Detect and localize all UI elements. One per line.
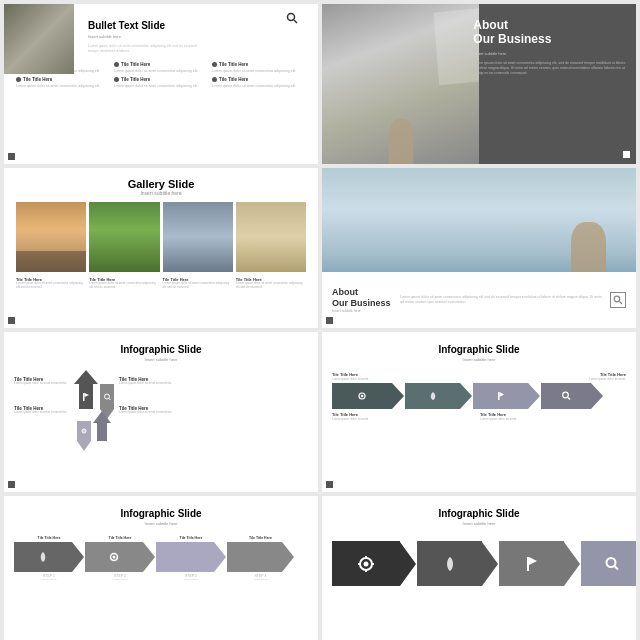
person-figure	[388, 119, 413, 164]
svg-rect-21	[365, 569, 367, 572]
arrowhead-accent	[93, 411, 111, 423]
slide1-text: Lorem ipsum dolor sit amet consectetur a…	[88, 44, 198, 54]
gallery-photo-4	[236, 202, 306, 272]
gear-step2	[108, 551, 120, 563]
slide6-subtitle: Insert subtitle here	[332, 357, 626, 362]
arrow-body-light	[77, 421, 91, 441]
h-arrow-2-body	[405, 383, 460, 409]
h-arrow-2	[405, 383, 472, 409]
gallery-label-2: Tile Title Here Lorem ipsum dolor sit am…	[89, 277, 159, 290]
arrow-down-light	[77, 421, 91, 451]
step1-label-top: Tile Title Here	[38, 536, 61, 540]
step4-body	[227, 542, 282, 572]
slide2-content: About Our Business Insert subtitle here …	[463, 4, 636, 164]
slide-infographic-3: Infographic Slide Insert subtitle here T…	[4, 496, 318, 640]
slide5-arrows	[74, 370, 114, 451]
gallery-label-4: Tile Title Here Lorem ipsum dolor sit am…	[236, 277, 306, 290]
svg-point-9	[83, 430, 85, 432]
slide-infographic-4: Infographic Slide Insert subtitle here	[322, 496, 636, 640]
svg-rect-23	[371, 563, 374, 565]
leaf-large-icon	[442, 556, 458, 572]
gear-icon-1	[357, 391, 367, 401]
h-arrow-3	[473, 383, 540, 409]
step1-body	[14, 542, 72, 572]
slide5-subtitle: Insert subtitle here	[14, 357, 308, 362]
h-arrow-4	[541, 383, 603, 409]
search-icon-top[interactable]	[286, 10, 298, 28]
slide8-step2-tip	[482, 542, 498, 586]
slide8-step2-body	[417, 541, 482, 586]
slide5-item-2: Tile Title Here Lorem ipsum dolor sit am…	[14, 406, 69, 415]
step4-arrow	[227, 542, 294, 572]
gear-icon	[80, 427, 88, 435]
slide8-step3-tip	[564, 542, 580, 586]
slide7-subtitle: Insert subtitle here	[14, 521, 308, 526]
slide-about-dark: About Our Business Insert subtitle here …	[322, 4, 636, 164]
photo-shadow	[16, 251, 86, 272]
slide6-arrows	[332, 383, 626, 409]
slide8-step-4	[581, 541, 636, 586]
step4-tip	[282, 542, 294, 572]
search-icon-4	[561, 391, 571, 401]
slide4-search-button[interactable]	[610, 292, 626, 308]
step-3: Tile Title Here STEP 3 Lorem ipsum	[156, 536, 226, 581]
gallery-img-4	[236, 202, 306, 272]
svg-rect-4	[83, 393, 85, 401]
svg-point-14	[563, 392, 569, 398]
step3-tip	[214, 542, 226, 572]
svg-line-1	[294, 20, 297, 23]
slide-gallery: Gallery Slide Insert subtitle here	[4, 168, 318, 328]
slide6-bottom-labels: Tile Title Here Lorem ipsum dolor sit am…	[332, 412, 626, 421]
slide8-step1-body	[332, 541, 400, 586]
svg-line-27	[615, 566, 619, 570]
slide7-steps: Tile Title Here STEP 1 Lorem ipsum Tile …	[14, 536, 308, 581]
bullet-item-5: Tile Title Here Lorem ipsum dolor sit am…	[114, 77, 208, 89]
slide5-title: Infographic Slide	[14, 344, 308, 355]
step1-tip	[72, 542, 84, 572]
step1-arrow	[14, 542, 84, 572]
slide1-image	[4, 4, 74, 74]
flag-icon	[82, 393, 90, 401]
gallery-photo-1	[16, 202, 86, 272]
slide8-step-3	[499, 541, 580, 586]
slide4-person	[571, 222, 606, 272]
h-arrow-2-tip	[460, 383, 472, 409]
corner-marker	[8, 481, 15, 488]
slide8-step3-body	[499, 541, 564, 586]
corner-marker-dark	[326, 317, 333, 324]
step3-label-top: Tile Title Here	[180, 536, 203, 540]
slide8-step4-body	[581, 541, 636, 586]
person-silhouette	[24, 19, 54, 69]
slide4-image	[322, 168, 636, 272]
slide3-title: Gallery Slide	[16, 178, 306, 190]
step4-label-top: Tile Title Here	[249, 536, 272, 540]
bullet-item-3: Tile Title Here Lorem ipsum dolor sit am…	[212, 62, 306, 74]
slide-grid: Bullet Text Slide Insert subtitle here L…	[0, 0, 640, 640]
svg-line-3	[620, 302, 623, 305]
leaf-step1	[37, 551, 49, 563]
slide5-item-1: Tile Title Here Lorem ipsum dolor sit am…	[14, 377, 69, 386]
step-1: Tile Title Here STEP 1 Lorem ipsum	[14, 536, 84, 581]
slide6-title: Infographic Slide	[332, 344, 626, 355]
arrow-body-medium	[100, 384, 114, 409]
corner-marker	[8, 153, 15, 160]
slide5-item-3: Tile Title Here Lorem ipsum dolor sit am…	[119, 377, 174, 386]
slide4-title-area: About Our Business Insert subtitle here	[332, 287, 392, 313]
h-arrow-4-body	[541, 383, 591, 409]
bullet-item-2: Tile Title Here Lorem ipsum dolor sit am…	[114, 62, 208, 74]
arrow-pair-2	[77, 421, 111, 451]
h-arrow-3-body	[473, 383, 528, 409]
gallery-label-3: Tile Title Here Lorem ipsum dolor sit am…	[163, 277, 233, 290]
slide4-subtitle: Insert subtitle here	[332, 309, 392, 313]
h-arrow-3-tip	[528, 383, 540, 409]
svg-rect-22	[358, 563, 361, 565]
gallery-label-1: Tile Title Here Lorem ipsum dolor sit am…	[16, 277, 86, 290]
svg-marker-25	[529, 557, 537, 565]
svg-marker-5	[85, 393, 90, 397]
svg-point-19	[364, 561, 369, 566]
h-arrow-1-body	[332, 383, 392, 409]
slide-infographic-1: Infographic Slide Insert subtitle here T…	[4, 332, 318, 492]
step2-arrow	[85, 542, 155, 572]
arrow-body-accent	[97, 423, 107, 441]
svg-point-6	[105, 394, 110, 399]
